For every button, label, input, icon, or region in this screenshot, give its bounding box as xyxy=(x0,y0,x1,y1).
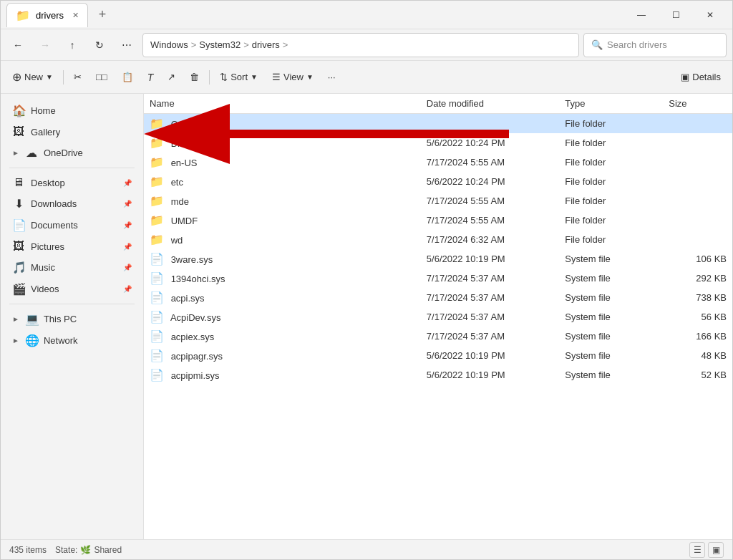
state-area: State: 🌿 Shared xyxy=(55,545,122,555)
tab-close-button[interactable]: ✕ xyxy=(72,11,79,20)
close-button[interactable]: ✕ xyxy=(694,4,727,26)
sidebar-divider-1 xyxy=(9,168,135,168)
file-name: acpipagr.sys xyxy=(171,351,223,362)
cut-button[interactable]: ✂ xyxy=(68,65,87,90)
search-box[interactable]: 🔍 Search drivers xyxy=(583,33,727,57)
table-row[interactable]: 📁 en-US 7/17/2024 5:55 AM File folder xyxy=(144,153,732,172)
table-row[interactable]: 📄 acpipagr.sys 5/6/2022 10:19 PM System … xyxy=(144,346,732,365)
details-button[interactable]: ▣ Details xyxy=(675,65,727,90)
breadcrumb-system32[interactable]: System32 xyxy=(199,39,241,50)
view-button[interactable]: ☰ View ▼ xyxy=(266,65,319,90)
rename-icon: T xyxy=(147,72,154,83)
file-type-cell: File folder xyxy=(559,153,663,172)
file-date-cell: 7/17/2024 5:37 AM xyxy=(421,327,559,346)
sidebar-item-downloads[interactable]: ⬇ Downloads 📌 xyxy=(4,193,140,214)
file-type-cell: System file xyxy=(559,307,663,327)
file-name: acpi.sys xyxy=(171,293,205,304)
more-nav-button[interactable]: ⋯ xyxy=(115,34,138,57)
table-row[interactable]: 📁 wd 7/17/2024 6:32 AM File folder xyxy=(144,230,732,249)
col-header-date[interactable]: Date modified xyxy=(421,94,559,114)
file-icon: 📁 xyxy=(150,214,164,226)
paste-button[interactable]: 📋 xyxy=(116,65,139,90)
breadcrumb-drivers[interactable]: drivers xyxy=(252,39,280,50)
state-value: Shared xyxy=(94,545,122,555)
file-date-cell: 5/6/2022 10:19 PM xyxy=(421,249,559,269)
file-table: Name Date modified Type Size 📁 CrowdStri… xyxy=(144,94,732,385)
col-header-size[interactable]: Size xyxy=(663,94,732,114)
tab-title: drivers xyxy=(36,10,64,21)
file-name-cell: 📁 DriverData xyxy=(144,133,421,153)
file-size-cell xyxy=(663,153,732,172)
sidebar-label-downloads: Downloads xyxy=(31,198,77,209)
table-row[interactable]: 📁 mde 7/17/2024 5:55 AM File folder xyxy=(144,191,732,211)
sort-button[interactable]: ⇅ Sort ▼ xyxy=(214,65,263,90)
maximize-button[interactable]: ☐ xyxy=(659,4,692,26)
shared-icon: 🌿 xyxy=(80,545,91,555)
sidebar-item-gallery[interactable]: 🖼 Gallery xyxy=(4,122,140,142)
breadcrumb-windows[interactable]: Windows xyxy=(150,39,188,50)
col-header-type[interactable]: Type xyxy=(559,94,663,114)
tab-folder-icon: 📁 xyxy=(16,9,30,22)
active-tab[interactable]: 📁 drivers ✕ xyxy=(6,3,88,27)
file-date-cell: 5/6/2022 10:19 PM xyxy=(421,346,559,365)
delete-button[interactable]: 🗑 xyxy=(184,65,205,90)
file-name-cell: 📄 1394ohci.sys xyxy=(144,269,421,288)
desktop-pin-icon: 📌 xyxy=(123,179,132,187)
downloads-icon: ⬇ xyxy=(12,197,25,211)
window: 📁 drivers ✕ + — ☐ ✕ ← → ↑ ↻ ⋯ Windows > … xyxy=(0,0,733,560)
sidebar-item-videos[interactable]: 🎬 Videos 📌 xyxy=(4,279,140,299)
sidebar-label-documents: Documents xyxy=(31,220,78,231)
sidebar-item-music[interactable]: 🎵 Music 📌 xyxy=(4,257,140,278)
status-bar: 435 items State: 🌿 Shared ☰ ▣ xyxy=(1,539,732,559)
table-row[interactable]: 📄 acpiex.sys 7/17/2024 5:37 AM System fi… xyxy=(144,327,732,346)
col-header-name[interactable]: Name xyxy=(144,94,421,114)
thispc-chevron-icon: ► xyxy=(12,315,19,323)
file-type-cell: System file xyxy=(559,288,663,307)
sidebar-item-pictures[interactable]: 🖼 Pictures 📌 xyxy=(4,236,140,256)
new-icon: ⊕ xyxy=(12,70,21,84)
back-button[interactable]: ← xyxy=(6,34,29,57)
detail-view-button[interactable]: ☰ xyxy=(689,542,705,558)
copy-button[interactable]: □□ xyxy=(90,65,113,90)
file-name-cell: 📄 acpipmi.sys xyxy=(144,365,421,385)
refresh-button[interactable]: ↻ xyxy=(88,34,111,57)
file-date-cell: 7/17/2024 5:37 AM xyxy=(421,307,559,327)
forward-button[interactable]: → xyxy=(34,34,57,57)
sidebar-item-documents[interactable]: 📄 Documents 📌 xyxy=(4,215,140,236)
sidebar-item-desktop[interactable]: 🖥 Desktop 📌 xyxy=(4,173,140,193)
up-button[interactable]: ↑ xyxy=(61,34,84,57)
minimize-button[interactable]: — xyxy=(625,4,658,26)
table-row[interactable]: 📄 1394ohci.sys 7/17/2024 5:37 AM System … xyxy=(144,269,732,288)
grid-view-button[interactable]: ▣ xyxy=(708,542,724,558)
table-row[interactable]: 📁 DriverData 5/6/2022 10:24 PM File fold… xyxy=(144,133,732,153)
table-row[interactable]: 📄 acpi.sys 7/17/2024 5:37 AM System file… xyxy=(144,288,732,307)
sidebar-label-videos: Videos xyxy=(31,284,59,294)
gallery-icon: 🖼 xyxy=(12,125,25,138)
file-size-cell: 166 KB xyxy=(663,327,732,346)
more-options-button[interactable]: ··· xyxy=(322,65,341,90)
file-icon: 📁 xyxy=(150,137,164,149)
new-chevron-icon: ▼ xyxy=(46,73,53,81)
table-row[interactable]: 📄 AcpiDev.sys 7/17/2024 5:37 AM System f… xyxy=(144,307,732,327)
home-icon: 🏠 xyxy=(12,104,25,117)
tab-add-button[interactable]: + xyxy=(91,4,114,26)
file-icon: 📁 xyxy=(150,195,164,207)
sidebar-item-home[interactable]: 🏠 Home xyxy=(4,100,140,121)
breadcrumb[interactable]: Windows > System32 > drivers > xyxy=(142,33,579,57)
file-list-scroll[interactable]: Name Date modified Type Size 📁 CrowdStri… xyxy=(144,94,732,539)
sidebar-item-network[interactable]: ► 🌐 Network xyxy=(4,330,140,351)
share-button[interactable]: ↗ xyxy=(162,65,181,90)
sidebar-item-thispc[interactable]: ► 💻 This PC xyxy=(4,309,140,329)
thispc-icon: 💻 xyxy=(25,312,38,326)
table-row[interactable]: 📁 CrowdStrike 3 File folder xyxy=(144,114,732,134)
table-row[interactable]: 📄 acpipmi.sys 5/6/2022 10:19 PM System f… xyxy=(144,365,732,385)
table-row[interactable]: 📁 etc 5/6/2022 10:24 PM File folder xyxy=(144,172,732,191)
new-button[interactable]: ⊕ New ▼ xyxy=(6,65,59,90)
table-row[interactable]: 📁 UMDF 7/17/2024 5:55 AM File folder xyxy=(144,211,732,230)
separator-1 xyxy=(63,70,64,85)
rename-button[interactable]: T xyxy=(142,65,160,90)
sidebar-item-onedrive[interactable]: ► ☁ OneDrive xyxy=(4,143,140,163)
file-name: etc xyxy=(171,177,183,188)
table-row[interactable]: 📄 3ware.sys 5/6/2022 10:19 PM System fil… xyxy=(144,249,732,269)
view-chevron-icon: ▼ xyxy=(306,73,314,81)
